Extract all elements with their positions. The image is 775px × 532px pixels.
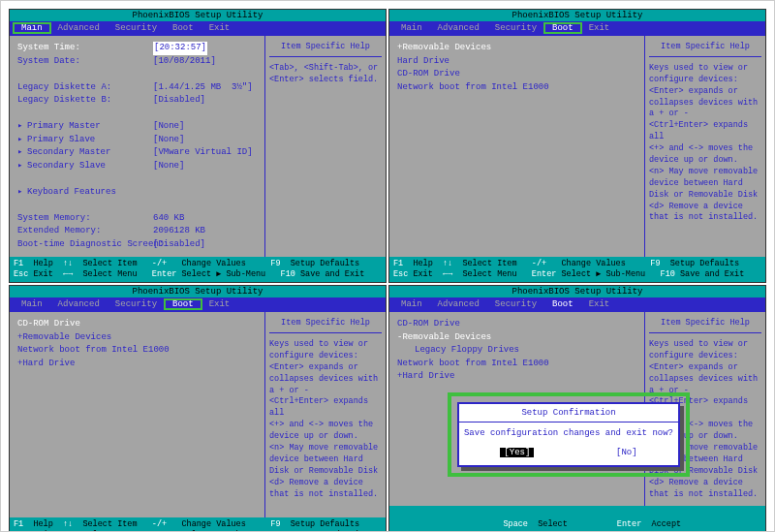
diag-label: Boot-time Diagnostic Screen: — [17, 238, 153, 252]
title-bar: PhoenixBIOS Setup Utility — [10, 286, 386, 297]
sysmem-value: 640 KB — [153, 212, 184, 226]
extmem-value: 2096128 KB — [153, 225, 205, 238]
legacy-a-label: Legacy Diskette A: — [17, 81, 153, 95]
menu-boot[interactable]: Boot — [165, 23, 202, 33]
boot-hdd[interactable]: +Hard Drive — [397, 370, 454, 384]
secondary-master-label[interactable]: Secondary Master — [27, 146, 153, 160]
boot-net[interactable]: Network boot from Intel E1000 — [397, 358, 549, 371]
legacy-b-label: Legacy Diskette B: — [17, 94, 153, 108]
title-bar: PhoenixBIOS Setup Utility — [389, 10, 765, 21]
menu-bar: Main Advanced Security Boot Exit — [10, 297, 386, 311]
primary-master-label[interactable]: Primary Master — [27, 120, 153, 134]
boot-hdd[interactable]: Hard Drive — [397, 55, 450, 69]
menu-exit[interactable]: Exit — [581, 299, 618, 309]
menu-main[interactable]: Main — [393, 299, 430, 309]
footer-bar: Space Select Enter Accept — [389, 506, 765, 532]
menu-main[interactable]: Main — [393, 23, 430, 33]
footer-bar: F1 Help ↑↓ Select Item -/+ Change Values… — [10, 517, 386, 533]
boot-removable[interactable]: +Removable Devices — [397, 42, 491, 55]
boot-order-pane: CD-ROM Drive +Removable Devices Network … — [10, 312, 264, 516]
sysmem-label: System Memory: — [17, 212, 153, 226]
help-header: Item Specific Help — [649, 318, 761, 333]
system-date-label: System Date: — [17, 55, 153, 69]
menu-bar: Main Advanced Security Boot Exit — [389, 297, 765, 311]
menu-advanced[interactable]: Advanced — [50, 23, 108, 33]
menu-boot[interactable]: Boot — [544, 299, 581, 309]
boot-removable[interactable]: +Removable Devices — [17, 331, 111, 345]
bios-panel-boot-default: PhoenixBIOS Setup Utility Main Advanced … — [388, 9, 766, 283]
footer-bar: F1 Help ↑↓ Select Item -/+ Change Values… — [10, 257, 386, 282]
primary-slave-value: [None] — [153, 134, 184, 147]
system-date-value[interactable]: [10/08/2011] — [153, 55, 216, 69]
primary-slave-label[interactable]: Primary Slave — [27, 134, 153, 147]
dialog-yes-button[interactable]: [Yes] — [500, 448, 534, 457]
help-text: <Tab>, <Shift-Tab>, or <Enter> selects f… — [269, 63, 382, 86]
boot-hdd[interactable]: +Hard Drive — [17, 358, 75, 371]
bios-panel-main: PhoenixBIOS Setup Utility Main Advanced … — [9, 9, 387, 283]
secondary-master-value: [VMware Virtual ID] — [153, 146, 253, 160]
menu-boot[interactable]: Boot — [165, 299, 202, 309]
boot-removable[interactable]: -Removable Devices — [397, 331, 491, 345]
menu-bar: Main Advanced Security Boot Exit — [10, 21, 386, 35]
boot-net[interactable]: Network boot from Intel E1000 — [17, 344, 170, 358]
menu-advanced[interactable]: Advanced — [430, 23, 487, 33]
boot-cdrom[interactable]: CD-ROM Drive — [397, 68, 460, 81]
boot-cdrom[interactable]: CD-ROM Drive — [17, 318, 80, 331]
menu-main[interactable]: Main — [14, 299, 50, 309]
menu-boot[interactable]: Boot — [544, 23, 581, 33]
boot-order-pane: +Removable Devices Hard Drive CD-ROM Dri… — [389, 36, 644, 257]
extmem-label: Extended Memory: — [17, 225, 153, 238]
legacy-b-value[interactable]: [Disabled] — [153, 94, 205, 108]
help-pane: Item Specific Help Keys used to view or … — [644, 36, 765, 257]
help-header: Item Specific Help — [269, 318, 382, 333]
menu-security[interactable]: Security — [108, 299, 165, 309]
help-header: Item Specific Help — [649, 42, 761, 57]
bios-panel-boot-reorder: PhoenixBIOS Setup Utility Main Advanced … — [9, 285, 387, 532]
menu-main[interactable]: Main — [14, 23, 50, 33]
primary-master-value: [None] — [153, 120, 184, 134]
dialog-title: Setup Confirmation — [459, 404, 678, 422]
boot-cdrom[interactable]: CD-ROM Drive — [397, 318, 460, 331]
diag-value[interactable]: [Disabled] — [153, 238, 205, 252]
help-text: Keys used to view or configure devices: … — [649, 63, 761, 224]
help-pane: Item Specific Help Keys used to view or … — [264, 312, 386, 516]
main-settings-pane: System Time:[20:32:57] System Date:[10/0… — [10, 36, 264, 257]
menu-security[interactable]: Security — [108, 23, 165, 33]
help-text: Keys used to view or configure devices: … — [269, 339, 382, 500]
menu-exit[interactable]: Exit — [581, 23, 618, 33]
secondary-slave-value: [None] — [153, 160, 184, 173]
system-time-label: System Time: — [17, 42, 153, 55]
menu-security[interactable]: Security — [487, 23, 544, 33]
menu-bar: Main Advanced Security Boot Exit — [389, 21, 765, 35]
footer-bar: F1 Help ↑↓ Select Item -/+ Change Values… — [389, 257, 765, 282]
bios-panel-confirm: PhoenixBIOS Setup Utility Main Advanced … — [388, 285, 766, 532]
title-bar: PhoenixBIOS Setup Utility — [10, 10, 386, 21]
menu-exit[interactable]: Exit — [202, 299, 238, 309]
keyboard-features[interactable]: Keyboard Features — [27, 186, 116, 200]
boot-floppy[interactable]: Legacy Floppy Drives — [397, 344, 519, 358]
boot-net[interactable]: Network boot from Intel E1000 — [397, 81, 549, 95]
dialog-no-button[interactable]: [No] — [616, 448, 637, 457]
system-time-value[interactable]: [20:32:57] — [153, 42, 207, 55]
secondary-slave-label[interactable]: Secondary Slave — [27, 160, 153, 173]
help-header: Item Specific Help — [269, 42, 382, 57]
menu-advanced[interactable]: Advanced — [430, 299, 487, 309]
menu-exit[interactable]: Exit — [202, 23, 238, 33]
menu-security[interactable]: Security — [487, 299, 544, 309]
help-pane: Item Specific Help <Tab>, <Shift-Tab>, o… — [264, 36, 386, 257]
legacy-a-value[interactable]: [1.44/1.25 MB 3½"] — [153, 81, 253, 95]
setup-confirmation-dialog: Setup Confirmation Save configuration ch… — [457, 402, 680, 467]
dialog-body: Save configuration changes and exit now? — [459, 422, 678, 444]
title-bar: PhoenixBIOS Setup Utility — [389, 286, 765, 297]
menu-advanced[interactable]: Advanced — [50, 299, 108, 309]
